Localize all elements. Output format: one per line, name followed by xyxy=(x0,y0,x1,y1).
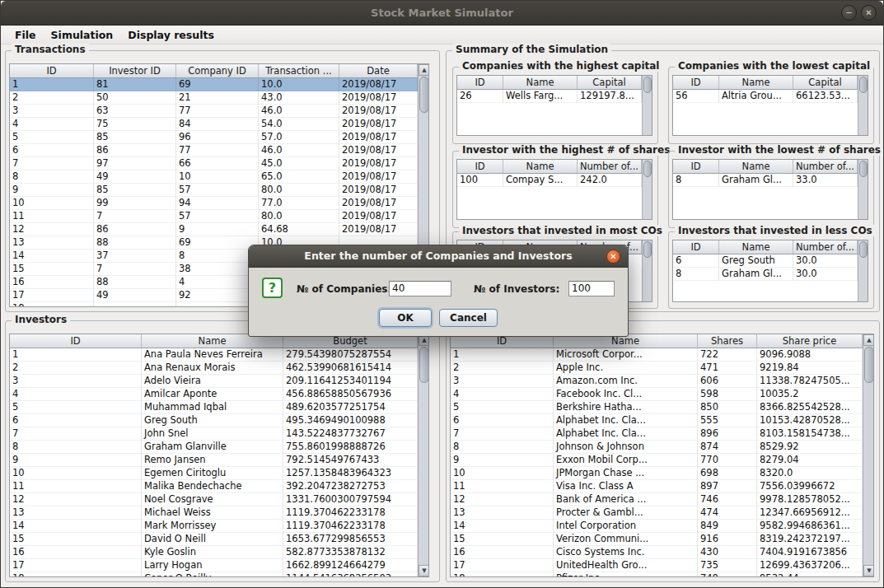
column-header[interactable]: Number of... xyxy=(578,160,642,173)
scrollbar-track[interactable] xyxy=(858,76,868,135)
vertical-scrollbar[interactable] xyxy=(642,240,652,301)
investors-count-input[interactable]: 100 xyxy=(568,281,615,296)
column-header[interactable]: Investor ID xyxy=(94,64,176,77)
table-row[interactable]: 13Procter & Gambl...47412347.66956912... xyxy=(451,506,863,520)
table-row[interactable]: 8Graham Gl...33.0 xyxy=(673,174,858,187)
table-row[interactable]: 8Graham Gl...30.0 xyxy=(673,268,858,281)
scrollbar-thumb[interactable] xyxy=(419,347,429,383)
table-row[interactable]: 4Amilcar Aponte456.88658850567936 xyxy=(10,388,418,401)
vertical-scrollbar[interactable] xyxy=(642,160,652,219)
table-row[interactable]: 1286964.682019/08/17 xyxy=(10,223,418,236)
scrollbar-thumb[interactable] xyxy=(643,161,652,177)
table-row[interactable]: 6Greg South495.3469490100988 xyxy=(10,414,418,427)
table-row[interactable]: 2Apple Inc.4719219.84 xyxy=(451,362,863,375)
column-header[interactable]: ID xyxy=(10,64,94,77)
table-row[interactable]: 8Johnson & Johnson8748529.92 xyxy=(451,441,863,454)
table-row[interactable]: 6Alphabet Inc. Cla...55510153.42870528..… xyxy=(451,414,863,427)
column-header[interactable]: Capital xyxy=(793,76,858,89)
table-row[interactable]: 10999477.02019/08/17 xyxy=(10,197,418,210)
column-header[interactable]: Number of... xyxy=(793,240,858,254)
table-row[interactable]: 8Graham Glanville755.8601998888726 xyxy=(10,441,418,454)
scrollbar-track[interactable] xyxy=(858,160,868,219)
scrollbar-thumb[interactable] xyxy=(643,241,652,258)
scrollbar-track[interactable] xyxy=(858,240,868,301)
table-row[interactable]: 7976645.02019/08/17 xyxy=(10,157,418,170)
table-row[interactable]: 4758454.02019/08/17 xyxy=(10,118,418,131)
table-row[interactable]: 1Ana Paula Neves Ferreira279.54398075287… xyxy=(10,348,418,362)
column-header[interactable]: ID xyxy=(457,76,503,89)
table-row[interactable]: 56Altria Grou...66123.53... xyxy=(673,90,858,103)
scrollbar-thumb[interactable] xyxy=(643,77,652,93)
column-header[interactable]: ID xyxy=(673,76,719,89)
table-row[interactable]: 5859657.02019/08/17 xyxy=(10,131,418,144)
table-row[interactable]: 8491065.02019/08/17 xyxy=(10,170,418,184)
vertical-scrollbar[interactable]: ▲ ▼ xyxy=(863,334,874,576)
table-row[interactable]: 6867746.02019/08/17 xyxy=(10,144,418,157)
title-bar[interactable]: Stock Market Simulator ─ ✕ xyxy=(1,1,883,26)
scroll-up-icon[interactable]: ▲ xyxy=(419,64,429,76)
table-row[interactable]: 5Muhammad Iqbal489.6203577251754 xyxy=(10,401,418,414)
table-row[interactable]: 10Egemen Ciritoglu1257.1358483964323 xyxy=(10,467,418,480)
column-header[interactable]: Name xyxy=(719,76,793,89)
column-header[interactable]: Number of... xyxy=(793,160,858,173)
dialog-close-button[interactable]: ✕ xyxy=(606,250,620,264)
table-row[interactable]: 18Pfizer Inc.7499532.44 xyxy=(451,572,863,576)
scrollbar-thumb[interactable] xyxy=(859,77,868,93)
table-row[interactable]: 7Alphabet Inc. Cla...8968103.158154738..… xyxy=(451,427,863,441)
table-row[interactable]: 3Amazon.com Inc.60611338.78247505... xyxy=(451,375,863,388)
column-header[interactable]: Name xyxy=(503,76,578,89)
table-row[interactable]: 10JPMorgan Chase ...6988320.0 xyxy=(451,467,863,480)
table-row[interactable]: 7John Snel143.5224837732767 xyxy=(10,427,418,441)
table-row[interactable]: 4Facebook Inc. Cl...59810035.2 xyxy=(451,388,863,401)
scroll-down-icon[interactable]: ▼ xyxy=(863,565,874,576)
scrollbar-track[interactable] xyxy=(643,160,652,219)
scrollbar-track[interactable] xyxy=(863,346,874,565)
menu-file[interactable]: File xyxy=(7,27,44,43)
column-header[interactable]: Transaction ... xyxy=(259,64,339,77)
table-row[interactable]: 16Kyle Goslin582.8773353878132 xyxy=(10,546,418,559)
vertical-scrollbar[interactable] xyxy=(858,160,868,219)
column-header[interactable]: ID xyxy=(673,240,719,254)
table-row[interactable]: 3637746.02019/08/17 xyxy=(10,105,418,118)
column-header[interactable]: Name xyxy=(719,240,793,254)
table-row[interactable]: 2Ana Renaux Morais462.53990681615414 xyxy=(10,362,418,375)
dialog-title-bar[interactable]: Enter the number of Companies and Invest… xyxy=(249,245,628,268)
scrollbar-thumb[interactable] xyxy=(419,77,429,113)
scrollbar-thumb[interactable] xyxy=(864,347,874,383)
table-row[interactable]: 9Remo Jansen792.514549767433 xyxy=(10,454,418,467)
scrollbar-thumb[interactable] xyxy=(859,241,868,258)
column-header[interactable]: ID xyxy=(457,160,503,173)
column-header[interactable]: ID xyxy=(10,334,142,348)
scrollbar-track[interactable] xyxy=(643,240,652,301)
table-row[interactable]: 6Greg South30.0 xyxy=(673,254,858,268)
vertical-scrollbar[interactable]: ▲ ▼ xyxy=(418,334,429,576)
scrollbar-track[interactable] xyxy=(419,346,429,565)
table-row[interactable]: 12Noel Cosgrave1331.7600300797594 xyxy=(10,493,418,506)
companies-count-input[interactable]: 40 xyxy=(389,281,451,296)
table-row[interactable]: 11Malika Bendechache392.2047238272753 xyxy=(10,480,418,493)
column-header[interactable]: Name xyxy=(719,160,793,173)
table-row[interactable]: 100Compay S...242.0 xyxy=(457,174,642,187)
column-header[interactable]: ID xyxy=(673,160,719,173)
table-row[interactable]: 1816910.02019/08/17 xyxy=(10,78,418,91)
vertical-scrollbar[interactable] xyxy=(858,240,868,301)
table-row[interactable]: 12Bank of America ...7469978.128578052..… xyxy=(451,493,863,506)
cancel-button[interactable]: Cancel xyxy=(439,309,498,327)
column-header[interactable]: Company ID xyxy=(176,64,259,77)
scroll-down-icon[interactable]: ▼ xyxy=(419,565,429,576)
table-row[interactable]: 26Wells Farg...129197.8... xyxy=(457,90,642,103)
column-header[interactable]: Shares xyxy=(698,334,757,348)
vertical-scrollbar[interactable] xyxy=(642,76,652,135)
minimize-button[interactable]: ─ xyxy=(841,5,857,21)
table-row[interactable]: 5Berkshire Hatha...8508366.825542528... xyxy=(451,401,863,414)
table-row[interactable]: 1Microsoft Corpor...7229096.9088 xyxy=(451,348,863,362)
table-row[interactable]: 17UnitedHealth Gro...73512699.43637206..… xyxy=(451,559,863,572)
scroll-up-icon[interactable]: ▲ xyxy=(863,334,874,346)
table-row[interactable]: 11Visa Inc. Class A8977556.03996672 xyxy=(451,480,863,493)
column-header[interactable]: Name xyxy=(503,160,578,173)
table-row[interactable]: 14Intel Corporation8499582.994686361... xyxy=(451,520,863,533)
close-button[interactable]: ✕ xyxy=(861,5,877,21)
scrollbar-thumb[interactable] xyxy=(859,161,868,177)
vertical-scrollbar[interactable] xyxy=(858,76,868,135)
menu-simulation[interactable]: Simulation xyxy=(44,27,121,43)
